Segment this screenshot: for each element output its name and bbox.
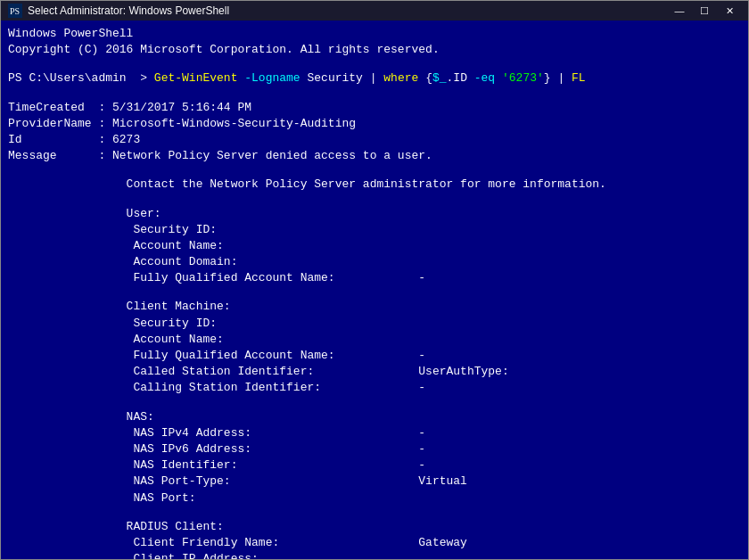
close-button[interactable]: ✕ — [718, 4, 741, 18]
line-provider: ProviderName : Microsoft-Windows-Securit… — [8, 116, 741, 132]
line-clientmachine: Client Machine: — [8, 299, 741, 315]
line-2: Copyright (C) 2016 Microsoft Corporation… — [8, 42, 741, 58]
powershell-icon: PS — [8, 4, 22, 18]
line-message: Message : Network Policy Server denied a… — [8, 148, 741, 164]
line-secid: Security ID: — [8, 222, 741, 238]
line-id: Id : 6273 — [8, 132, 741, 148]
title-controls: — ☐ ✕ — [668, 4, 741, 18]
line-nas-ipv4: NAS IPv4 Address: - — [8, 425, 741, 441]
maximize-button[interactable]: ☐ — [693, 4, 716, 18]
line-radius: RADIUS Client: — [8, 519, 741, 535]
line-client-secid: Security ID: — [8, 316, 741, 332]
line-nas-ipv6: NAS IPv6 Address: - — [8, 441, 741, 457]
line-fqan: Fully Qualified Account Name: - — [8, 270, 741, 286]
line-nas-id: NAS Identifier: - — [8, 457, 741, 474]
svg-text:PS: PS — [10, 6, 20, 16]
line-acctdomain: Account Domain: — [8, 254, 741, 270]
line-calling-station: Calling Station Identifier: - — [8, 380, 741, 396]
minimize-button[interactable]: — — [668, 4, 691, 18]
line-time: TimeCreated : 5/31/2017 5:16:44 PM — [8, 100, 741, 116]
line-user: User: — [8, 206, 741, 222]
line-client-acctname: Account Name: — [8, 332, 741, 348]
line-client-ip: Client IP Address: — [8, 551, 741, 559]
window-title: Select Administrator: Windows PowerShell — [28, 4, 229, 17]
line-nas: NAS: — [8, 409, 741, 425]
line-contact: Contact the Network Policy Server admini… — [8, 177, 741, 193]
powershell-window: PS Select Administrator: Windows PowerSh… — [0, 0, 749, 560]
line-called-station: Called Station Identifier: UserAuthType: — [8, 364, 741, 380]
line-nas-port: NAS Port: — [8, 490, 741, 506]
line-1: Windows PowerShell — [8, 26, 741, 42]
line-acctname: Account Name: — [8, 238, 741, 254]
line-nas-porttype: NAS Port-Type: Virtual — [8, 474, 741, 490]
command-line: PS C:\Users\admin > Get-WinEvent -Lognam… — [8, 70, 741, 86]
terminal-body[interactable]: Windows PowerShell Copyright (C) 2016 Mi… — [1, 21, 748, 559]
line-client-fqan: Fully Qualified Account Name: - — [8, 348, 741, 364]
title-bar-left: PS Select Administrator: Windows PowerSh… — [8, 4, 229, 18]
title-bar: PS Select Administrator: Windows PowerSh… — [1, 1, 748, 21]
line-client-friendly: Client Friendly Name: Gateway — [8, 535, 741, 551]
